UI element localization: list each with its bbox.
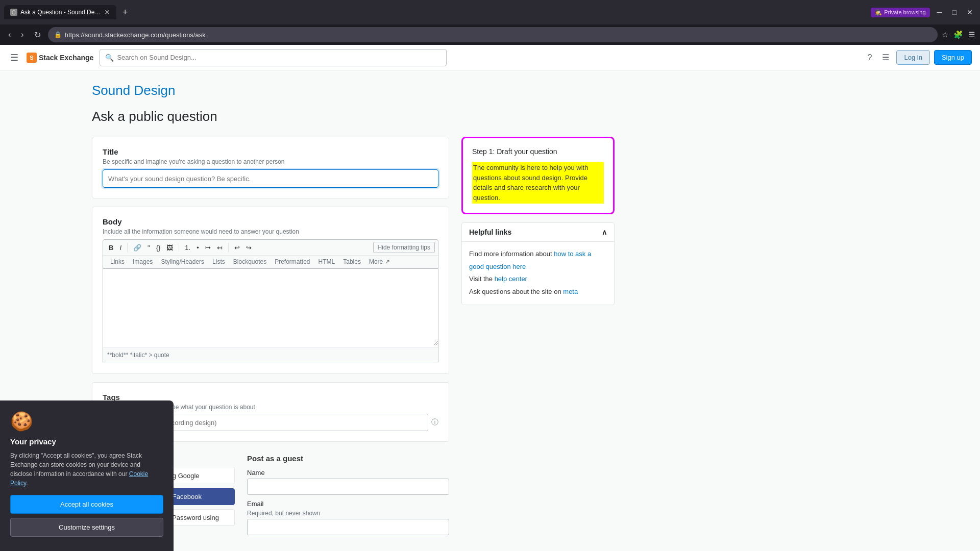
forward-button[interactable]: › — [18, 29, 27, 40]
hamburger-button[interactable]: ☰ — [8, 50, 20, 65]
helpful-links-title: Helpful links — [469, 228, 511, 236]
private-browsing-label: Private browsing — [884, 9, 925, 15]
ordered-list-button[interactable]: 1. — [182, 242, 193, 253]
refresh-button[interactable]: ↻ — [31, 29, 44, 41]
blockquote-button[interactable]: " — [145, 242, 153, 253]
toolbar-icons: ☆ 🧩 ☰ — [942, 30, 975, 39]
bold-button[interactable]: B — [106, 242, 116, 253]
more-tab[interactable]: More ↗ — [365, 257, 394, 267]
signup-button[interactable]: Sign up — [934, 50, 972, 65]
undo-button[interactable]: ↩ — [232, 242, 242, 253]
helpful-link-1: Find more information about how to ask a… — [469, 248, 607, 273]
body-textarea[interactable] — [103, 269, 438, 345]
code-button[interactable]: {} — [154, 242, 163, 253]
toolbar-formatting-row: B I 🔗 " {} 🖼 1. • ↦ ↤ ↩ ↪ — [103, 240, 438, 256]
back-button[interactable]: ‹ — [5, 29, 14, 40]
tab-close-button[interactable]: ✕ — [104, 8, 110, 16]
page-title: Ask a public question — [92, 109, 888, 124]
title-sublabel: Be specific and imagine you're asking a … — [103, 158, 438, 165]
links-tab[interactable]: Links — [106, 257, 129, 267]
tab-favicon: Q — [10, 9, 17, 16]
guest-name-label: Name — [247, 469, 449, 477]
lists-tab[interactable]: Lists — [208, 257, 229, 267]
hide-formatting-button[interactable]: Hide formatting tips — [373, 242, 435, 253]
post-as-guest-col: Post as a guest Name Email Required, but… — [247, 454, 449, 540]
extensions-icon[interactable]: 🧩 — [953, 30, 963, 39]
styling-tab[interactable]: Styling/Headers — [157, 257, 208, 267]
se-navbar: ☰ S Stack Exchange 🔍 ? ☰ Log in Sign up — [0, 45, 980, 70]
outdent-button[interactable]: ↤ — [214, 242, 225, 253]
help-center-link[interactable]: help center — [495, 275, 527, 283]
post-as-guest-title: Post as a guest — [247, 454, 449, 463]
inbox-button[interactable]: ☰ — [879, 51, 892, 64]
help-button[interactable]: ? — [865, 51, 875, 64]
tab-title: Ask a Question - Sound Design — [20, 9, 101, 16]
browser-controls: 🕵️ Private browsing ─ □ ✕ — [871, 7, 976, 17]
toolbar-sep-3 — [228, 243, 229, 252]
step-title: Step 1: Draft your question — [472, 147, 604, 156]
search-icon: 🔍 — [105, 54, 114, 62]
customize-settings-button[interactable]: Customize settings — [10, 518, 163, 537]
private-browsing-icon: 🕵️ — [875, 9, 882, 16]
body-toolbar: B I 🔗 " {} 🖼 1. • ↦ ↤ ↩ ↪ — [103, 239, 438, 269]
toolbar-links-row: Links Images Styling/Headers Lists Block… — [103, 256, 438, 268]
cookie-icon: 🍪 — [10, 411, 163, 432]
tab-bar: Q Ask a Question - Sound Design ✕ + — [4, 5, 132, 20]
body-editor-container: **bold** *italic* > quote — [103, 269, 438, 363]
step-body-text: The community is here to help you with q… — [472, 162, 604, 204]
meta-link[interactable]: meta — [563, 288, 578, 295]
helpful-link-2: Visit the help center — [469, 273, 607, 286]
tags-help-icon[interactable]: ⓘ — [431, 418, 438, 427]
image-button[interactable]: 🖼 — [164, 242, 176, 253]
guest-name-input[interactable] — [247, 479, 449, 495]
title-input[interactable] — [103, 169, 438, 188]
helpful-link-3: Ask questions about the site on meta — [469, 286, 607, 298]
helpful-links-header[interactable]: Helpful links ∧ — [462, 223, 614, 242]
guest-email-label: Email — [247, 500, 449, 508]
address-bar[interactable]: 🔒 https://sound.stackexchange.com/questi… — [48, 27, 938, 42]
browser-chrome: Q Ask a Question - Sound Design ✕ + 🕵️ P… — [0, 0, 980, 24]
cookie-text: By clicking "Accept all cookies", you ag… — [10, 451, 163, 488]
new-tab-button[interactable]: + — [118, 5, 132, 20]
redo-button[interactable]: ↪ — [243, 242, 254, 253]
link-button[interactable]: 🔗 — [131, 242, 144, 253]
se-logo-icon: S — [27, 53, 37, 63]
search-input[interactable] — [117, 54, 441, 61]
address-bar-row: ‹ › ↻ 🔒 https://sound.stackexchange.com/… — [0, 24, 980, 45]
unordered-list-button[interactable]: • — [194, 242, 202, 253]
tables-tab[interactable]: Tables — [339, 257, 365, 267]
body-panel: Body Include all the information someone… — [92, 207, 449, 374]
active-tab[interactable]: Q Ask a Question - Sound Design ✕ — [4, 5, 116, 19]
body-label: Body — [103, 217, 438, 226]
title-panel: Title Be specific and imagine you're ask… — [92, 137, 449, 198]
url-text: https://sound.stackexchange.com/question… — [65, 31, 932, 39]
bookmark-icon[interactable]: ☆ — [942, 30, 948, 39]
italic-button[interactable]: I — [117, 242, 124, 253]
images-tab[interactable]: Images — [129, 257, 157, 267]
guest-email-input[interactable] — [247, 519, 449, 535]
preformatted-tab[interactable]: Preformatted — [271, 257, 314, 267]
close-browser-button[interactable]: ✕ — [964, 7, 976, 17]
indent-button[interactable]: ↦ — [203, 242, 213, 253]
title-label: Title — [103, 147, 438, 156]
login-button[interactable]: Log in — [896, 50, 929, 65]
helpful-links-body: Find more information about how to ask a… — [462, 242, 614, 305]
guest-email-sublabel: Required, but never shown — [247, 510, 449, 517]
helpful-links-card: Helpful links ∧ Find more information ab… — [461, 222, 615, 305]
toolbar-sep-1 — [127, 243, 128, 252]
menu-icon[interactable]: ☰ — [968, 30, 975, 39]
minimize-button[interactable]: ─ — [934, 7, 945, 17]
se-logo[interactable]: S Stack Exchange — [27, 53, 93, 63]
helpful-links-collapse-icon: ∧ — [602, 228, 607, 236]
se-search-bar[interactable]: 🔍 — [100, 49, 447, 66]
accept-all-cookies-button[interactable]: Accept all cookies — [10, 495, 163, 514]
se-logo-text: Stack Exchange — [39, 54, 93, 62]
body-sublabel: Include all the information someone woul… — [103, 228, 438, 235]
format-hint: **bold** *italic* > quote — [103, 347, 438, 363]
step-card: Step 1: Draft your question The communit… — [461, 137, 615, 214]
private-browsing-badge: 🕵️ Private browsing — [871, 8, 929, 17]
html-tab[interactable]: HTML — [314, 257, 339, 267]
lock-icon: 🔒 — [54, 31, 62, 38]
maximize-button[interactable]: □ — [949, 7, 960, 17]
blockquotes-tab[interactable]: Blockquotes — [229, 257, 271, 267]
